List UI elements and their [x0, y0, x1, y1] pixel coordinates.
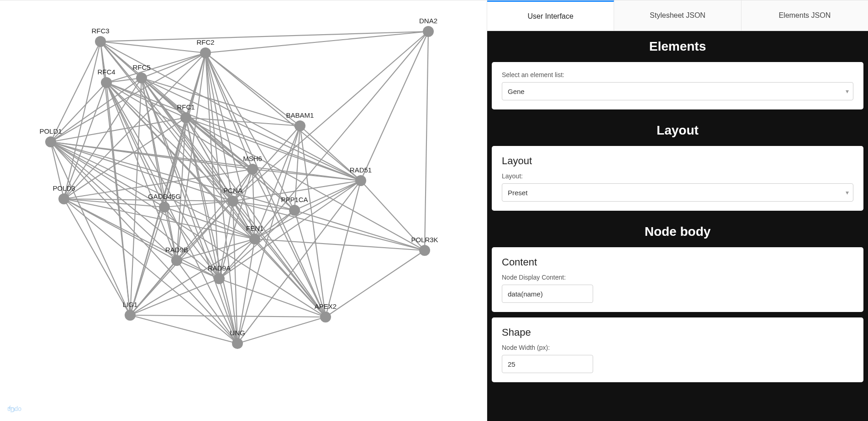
graph-edge[interactable]	[255, 239, 425, 250]
graph-node-rfc1[interactable]	[180, 112, 191, 123]
graph-node-label: LIG1	[123, 301, 138, 308]
tab-elements-json[interactable]: Elements JSON	[742, 0, 868, 31]
graph-node-label: APEX2	[315, 302, 337, 310]
graph-node-msh6[interactable]	[247, 164, 258, 175]
graph-node-label: RAD9B	[165, 246, 188, 254]
graph-node-rfc2[interactable]	[200, 47, 211, 58]
content-heading: Content	[502, 256, 853, 268]
graph-node-label: FEN1	[246, 224, 263, 232]
side-panel: User Interface Stylesheet JSON Elements …	[487, 0, 868, 421]
section-title-node-body: Node body	[487, 216, 868, 247]
graph-node-rfc3[interactable]	[95, 36, 106, 47]
graph-node-label: POLD1	[39, 127, 62, 135]
panel-shape: Shape Node Width (px):	[492, 317, 863, 382]
graph-node-rfc5[interactable]	[136, 73, 147, 83]
graph-edge[interactable]	[142, 78, 300, 126]
graph-node-rad9b[interactable]	[171, 255, 182, 266]
graph-edge[interactable]	[237, 317, 326, 343]
graph-edge[interactable]	[233, 31, 428, 201]
graph-node-label: RFC4	[97, 68, 115, 76]
graph-edge[interactable]	[51, 42, 100, 142]
graph-node-pold1[interactable]	[45, 136, 56, 147]
graph-edge[interactable]	[361, 31, 428, 181]
graph-node-rfc4[interactable]	[101, 77, 112, 88]
graph-node-apex2[interactable]	[320, 312, 331, 322]
graph-edge[interactable]	[130, 207, 164, 315]
graph-node-pcna[interactable]	[227, 196, 238, 207]
graph-node-dna2[interactable]	[423, 26, 434, 37]
graph-node-label: GADD45G	[148, 192, 181, 200]
graph-edge[interactable]	[100, 42, 205, 53]
graph-node-label: BABAM1	[286, 111, 314, 119]
panel-layout: Layout Layout: Preset ▾	[492, 146, 863, 211]
graph-edge[interactable]	[205, 53, 361, 181]
graph-node-label: DNA2	[419, 17, 437, 25]
graph-node-label: POLD3	[53, 184, 75, 192]
graph-edge[interactable]	[425, 31, 428, 250]
graph-node-ung[interactable]	[232, 338, 243, 349]
graph-edge[interactable]	[186, 118, 425, 250]
node-width-input[interactable]	[502, 355, 593, 373]
graph-edge[interactable]	[106, 83, 361, 181]
graph-node-label: UNG	[230, 329, 245, 337]
graph-node-pold3[interactable]	[58, 193, 69, 204]
layout-label: Layout:	[502, 172, 853, 180]
graph-node-label: RFC5	[132, 63, 150, 71]
graph-node-label: POLR3K	[411, 236, 438, 244]
node-display-content-label: Node Display Content:	[502, 274, 853, 281]
graph-node-babam1[interactable]	[295, 120, 305, 131]
element-list-label: Select an element list:	[502, 71, 853, 78]
graph-node-rad51[interactable]	[355, 175, 366, 186]
graph-node-polr3k[interactable]	[419, 245, 430, 256]
node-display-content-input[interactable]	[502, 285, 593, 303]
graph-node-label: RFC3	[91, 27, 109, 35]
graph-edge[interactable]	[130, 315, 237, 343]
shape-heading: Shape	[502, 327, 853, 338]
graph-edge[interactable]	[233, 169, 253, 201]
undo-button[interactable]: undo	[7, 405, 21, 413]
graph-node-ppp1ca[interactable]	[289, 205, 300, 216]
tab-user-interface[interactable]: User Interface	[487, 0, 614, 31]
graph-node-label: MSH6	[243, 155, 262, 162]
graph-node-fen1[interactable]	[249, 234, 260, 244]
layout-dropdown[interactable]: Preset ▾	[502, 183, 853, 202]
graph-node-label: PPP1CA	[281, 196, 308, 203]
graph-canvas[interactable]: RFC3RFC2DNA2RFC5RFC4RFC1BABAM1POLD1MSH6R…	[0, 0, 487, 421]
graph-node-label: RFC2	[196, 38, 214, 46]
graph-node-label: RFC1	[177, 103, 195, 111]
panel-content: Content Node Display Content:	[492, 247, 863, 312]
graph-node-label: RAD51	[350, 166, 372, 174]
node-width-label: Node Width (px):	[502, 344, 853, 351]
layout-heading: Layout	[502, 155, 853, 167]
graph-edge[interactable]	[51, 142, 361, 181]
panel-element-list: Select an element list: Gene ▾	[492, 62, 863, 109]
element-list-dropdown[interactable]: Gene ▾	[502, 82, 853, 100]
section-title-elements: Elements	[487, 31, 868, 62]
graph-node-lig1[interactable]	[125, 310, 136, 321]
graph-node-label: RAD9A	[208, 264, 231, 272]
graph-edge[interactable]	[142, 53, 205, 78]
undo-icon	[7, 405, 16, 413]
section-title-layout: Layout	[487, 115, 868, 146]
graph-node-gadd45g[interactable]	[159, 202, 170, 213]
graph-node-rad9a[interactable]	[214, 273, 225, 284]
graph-node-label: PCNA	[223, 187, 242, 194]
tab-bar: User Interface Stylesheet JSON Elements …	[487, 0, 868, 31]
tab-stylesheet-json[interactable]: Stylesheet JSON	[614, 0, 741, 31]
